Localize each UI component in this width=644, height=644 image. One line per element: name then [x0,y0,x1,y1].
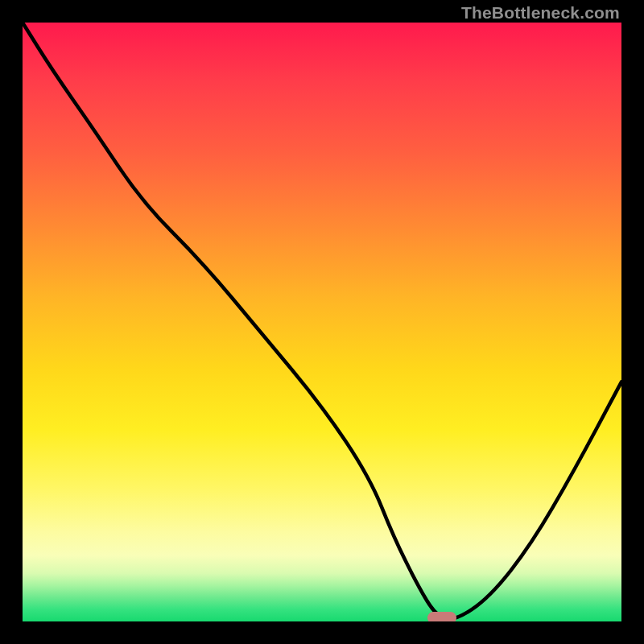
bottleneck-curve [23,23,621,621]
chart-plot-area [23,23,621,621]
attribution-label: TheBottleneck.com [461,3,620,23]
optimal-marker [427,612,456,621]
chart-frame: TheBottleneck.com [0,0,644,644]
curve-path [23,23,621,619]
